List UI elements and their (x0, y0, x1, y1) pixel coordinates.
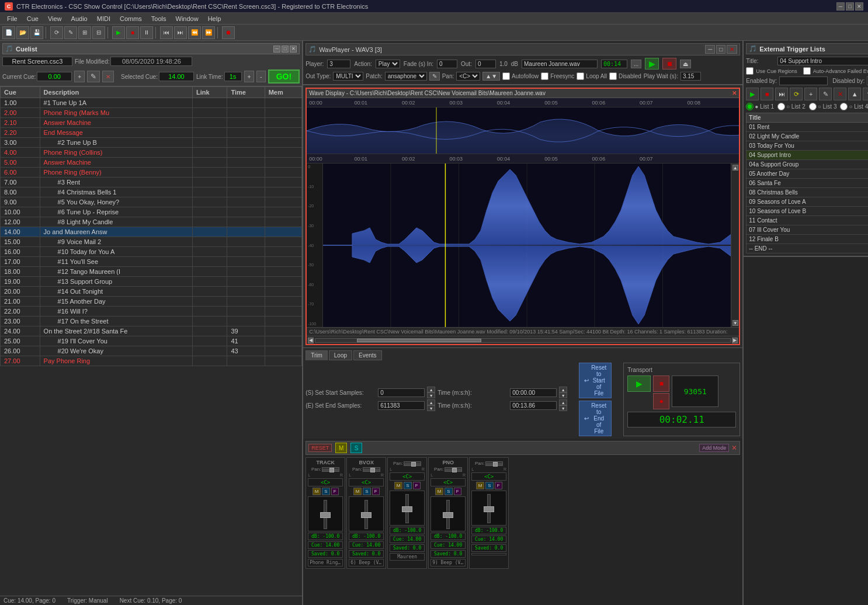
table-row[interactable]: 7.00#3 Rent (1, 178, 302, 187)
et-refresh-btn[interactable]: ⟳ (790, 88, 803, 100)
toolbar-btn4[interactable]: ⊟ (92, 26, 105, 39)
list-item[interactable]: 02 Light My Candle502.00 (747, 132, 868, 141)
toolbar-new[interactable]: 📄 (2, 26, 15, 39)
menu-comms[interactable]: Comms (115, 15, 147, 22)
start-samples-input[interactable] (378, 388, 425, 397)
toolbar-btn8[interactable]: ⏩ (202, 26, 215, 39)
link-time-input[interactable] (224, 72, 242, 81)
table-row[interactable]: 22.00#16 Will I? (1, 307, 302, 317)
end-spin-up[interactable]: ▲ (427, 399, 435, 405)
wave-scrollbar-v[interactable]: ▲ ▼ (731, 164, 739, 327)
fade-in-input[interactable] (437, 60, 457, 68)
tab-events[interactable]: Events (353, 350, 382, 360)
autofollow-checkbox[interactable] (502, 72, 510, 80)
file-path-input[interactable] (522, 60, 598, 68)
tab-trim[interactable]: Trim (305, 350, 328, 360)
action-select[interactable]: Play (376, 60, 400, 68)
wp-maximize-btn[interactable]: □ (716, 45, 725, 54)
toolbar-stop[interactable]: ■ (126, 26, 139, 39)
loop-all-checkbox[interactable] (577, 72, 584, 80)
add-mode-btn[interactable]: Add Mode (699, 444, 729, 452)
list-item[interactable]: 11 Contact511.00 (747, 216, 868, 225)
list3-radio[interactable] (809, 103, 817, 110)
list-item[interactable]: 03 Today For You503.00 (747, 141, 868, 151)
pan-knob-2[interactable] (404, 461, 421, 466)
patch-select[interactable]: ansaphone (385, 72, 427, 81)
end-time-spin-down[interactable]: ▼ (559, 405, 567, 411)
cuelist-minimize-btn[interactable]: ─ (273, 46, 280, 53)
pan-knob-0[interactable] (322, 467, 339, 472)
et-edit-btn[interactable]: ✎ (819, 88, 832, 100)
end-spin-down[interactable]: ▼ (427, 405, 435, 411)
fader-4[interactable] (471, 491, 506, 526)
et-down-btn[interactable]: ▼ (863, 88, 868, 100)
pan-select[interactable]: <C> (456, 72, 480, 81)
toolbar-save[interactable]: 💾 (30, 26, 43, 39)
enabled-by-input[interactable] (779, 77, 828, 85)
start-spin-down[interactable]: ▼ (427, 392, 435, 398)
cuelist-close-btn[interactable]: ✕ (290, 46, 297, 53)
et-up-btn[interactable]: ▲ (848, 88, 861, 100)
table-row[interactable]: 16.00#10 Today for You A (1, 247, 302, 257)
toolbar-play[interactable]: ▶ (112, 26, 125, 39)
edit-cue-btn[interactable]: ✎ (87, 71, 100, 82)
toolbar-btn6[interactable]: ⏭ (174, 26, 187, 39)
menu-cue[interactable]: Cue (22, 15, 43, 22)
master-s-btn[interactable]: S (350, 443, 362, 453)
pan-knob-4[interactable] (485, 461, 503, 466)
ch-s-btn-2[interactable]: S (404, 482, 411, 489)
toolbar-record[interactable]: ⏺ (222, 26, 235, 39)
wp-minimize-btn[interactable]: ─ (705, 45, 715, 54)
selected-cue-input[interactable] (159, 72, 194, 81)
table-row[interactable]: 6.00Phone Ring (Benny) (1, 168, 302, 178)
et-plus-btn[interactable]: + (804, 88, 817, 100)
table-row[interactable]: 18.00#12 Tango Maureen (I (1, 267, 302, 277)
list2-radio[interactable] (777, 103, 785, 110)
table-row[interactable]: 2.10Answer Machine (1, 118, 302, 128)
transport-rec-btn[interactable]: ● (653, 393, 669, 409)
start-time-input[interactable] (510, 388, 557, 397)
list-item[interactable]: 12 Finale B512.00 (747, 235, 868, 244)
list-item[interactable]: 09 Seasons of Love A509.00 (747, 197, 868, 207)
start-time-spin-up[interactable]: ▲ (559, 387, 567, 392)
menu-tools[interactable]: Tools (147, 15, 171, 22)
wp-eject-btn[interactable]: ⏏ (680, 60, 691, 68)
pan-knob-1[interactable] (363, 467, 380, 472)
et-skip-btn[interactable]: ⏭ (775, 88, 788, 100)
et-stop-btn[interactable]: ■ (761, 88, 773, 100)
table-row[interactable]: 3.00#2 Tune Up B (1, 138, 302, 148)
table-row[interactable]: 27.00Pay Phone Ring (1, 356, 302, 366)
menu-audio[interactable]: Audio (67, 15, 92, 22)
fader-1[interactable] (349, 496, 384, 531)
end-samples-input[interactable] (378, 401, 425, 410)
mixer-close-btn[interactable]: ✕ (731, 444, 737, 452)
start-spin-up[interactable]: ▲ (427, 387, 435, 392)
out-type-select[interactable]: MULTI (333, 72, 363, 81)
table-row[interactable]: 19.00#13 Support Group (1, 277, 302, 287)
toolbar-btn3[interactable]: ⊞ (78, 26, 91, 39)
list4-radio[interactable] (840, 103, 848, 110)
list2-option[interactable]: ○ List 2 (777, 103, 805, 110)
ch-m-btn-0[interactable]: M (313, 488, 321, 495)
wp-play-btn[interactable]: ▶ (645, 58, 659, 69)
wave-canvas-top[interactable] (307, 107, 739, 154)
table-row[interactable]: 9.00#5 You Okay, Honey? (1, 197, 302, 207)
table-row[interactable]: 2.00Phone Ring (Marks Mu (1, 108, 302, 118)
toolbar-btn5[interactable]: ⏮ (160, 26, 173, 39)
toolbar-btn2[interactable]: ✎ (64, 26, 77, 39)
reset-start-btn[interactable]: ↩ Reset to Start of File (579, 363, 612, 398)
reset-master-btn[interactable]: RESET (308, 444, 332, 452)
tab-loop[interactable]: Loop (329, 350, 352, 360)
ch-f-btn-0[interactable]: F (331, 488, 339, 495)
current-cue-input[interactable] (37, 72, 72, 81)
fader-0[interactable] (308, 496, 343, 531)
ch-s-btn-4[interactable]: S (485, 482, 493, 489)
list-item[interactable]: 04 Support Intro503.10 (747, 151, 868, 160)
go-button[interactable]: GO! (268, 69, 300, 84)
toolbar-open[interactable]: 📂 (16, 26, 29, 39)
menu-midi[interactable]: MIDI (92, 15, 115, 22)
master-m-btn[interactable]: M (335, 443, 347, 453)
ch-m-btn-1[interactable]: M (353, 488, 362, 495)
ch-m-btn-4[interactable]: M (476, 482, 485, 489)
add-cue-btn[interactable]: + (74, 71, 85, 82)
